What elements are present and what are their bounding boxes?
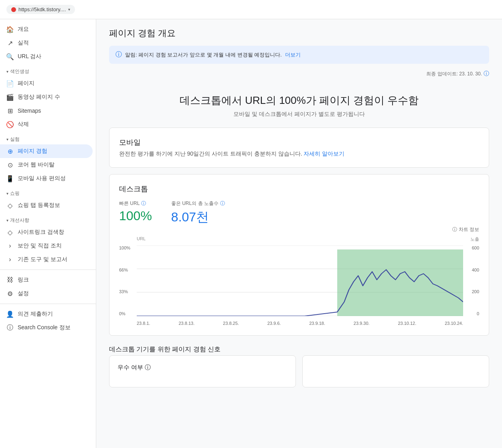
sidebar-item-shopping-label: 쇼핑 탭 등록정보 (18, 202, 60, 209)
alert-text: 알림: 페이지 경험 보고서가 앞으로 몇 개월 내에 변경될 예정입니다. (125, 51, 282, 59)
video-icon: 🎬 (6, 93, 14, 101)
sidebar-item-legacy-label: 기존 도구 및 보고서 (18, 256, 67, 263)
top-bar: https://5kdk.tistory.... ▾ (0, 0, 502, 19)
url-selector[interactable]: https://5kdk.tistory.... ▾ (6, 5, 75, 14)
url-text: https://5kdk.tistory.... (18, 6, 66, 12)
bottom-card-1: 우수 여부 ⓘ (109, 355, 296, 387)
section-shopping: ▾ 쇼핑 (0, 185, 96, 199)
sidebar-item-sitelinks[interactable]: ◇ 사이트링크 검색창 (0, 225, 93, 239)
sidebar-item-url-check[interactable]: 🔍 URL 검사 (0, 50, 93, 63)
last-updated-info-icon[interactable]: ⓘ (484, 70, 489, 77)
chevron-icon: ▾ (6, 191, 8, 196)
desktop-card: 데스크톱 빠른 URL ⓘ 100% 좋은 URL의 총 노출수 ⓘ 8.07천 (109, 174, 489, 336)
hero-subtitle: 모바일 및 데스크톱에서 페이지가 별도로 평가됩니다 (109, 111, 489, 118)
page-exp-icon: ⊕ (6, 148, 14, 155)
mobile-card-title: 모바일 (119, 138, 479, 147)
last-updated-text: 최종 업데이트: 23. 10. 30. (426, 71, 482, 77)
sidebar-item-settings[interactable]: ⚙ 설정 (0, 287, 93, 300)
sidebar-item-performance[interactable]: ↗ 실적 (0, 36, 93, 50)
impressions-info-icon[interactable]: ⓘ (220, 200, 225, 207)
sidebar-item-page-exp-label: 페이지 경험 (18, 148, 47, 155)
sidebar-item-search-console-info[interactable]: ⓘ Search Console 정보 (0, 321, 93, 334)
settings-icon: ⚙ (6, 290, 14, 297)
chart-area (137, 245, 463, 316)
svg-marker-4 (337, 249, 463, 316)
impressions-stat: 좋은 URL의 총 노출수 ⓘ 8.07천 (171, 200, 225, 226)
shopping-icon: ◇ (6, 202, 14, 209)
info-icon: ⓘ (6, 324, 14, 331)
mobile-icon: 📱 (6, 175, 14, 182)
sidebar-item-security[interactable]: › 보안 및 직접 조치 (0, 239, 93, 253)
alert-link[interactable]: 더보기 (285, 51, 301, 59)
chevron-icon: ▾ (6, 137, 8, 142)
sidebar-item-performance-label: 실적 (18, 39, 29, 47)
core-web-icon: ⊙ (6, 161, 14, 168)
hero-section: 데스크톱에서 URL의 100%가 페이지 경험이 우수함 모바일 및 데스크톱… (96, 81, 502, 128)
sidebar-item-sitemaps[interactable]: ⊞ Sitemaps (0, 104, 93, 118)
impressions-label: 좋은 URL의 총 노출수 ⓘ (171, 200, 225, 207)
sidebar-item-mobile-label: 모바일 사용 편의성 (18, 175, 66, 182)
sidebar-divider-2 (0, 304, 96, 304)
sidebar-item-mobile[interactable]: 📱 모바일 사용 편의성 (0, 172, 93, 185)
links-icon: ⛓ (6, 276, 14, 284)
y-axis-left: 100% 66% 33% 0% (119, 245, 135, 316)
alert-banner: ⓘ 알림: 페이지 경험 보고서가 앞으로 몇 개월 내에 변경될 예정입니다.… (109, 46, 489, 64)
y-axis-left-title: URL (137, 236, 146, 242)
delete-icon: 🚫 (6, 121, 14, 128)
main-header: 페이지 경험 개요 (96, 19, 502, 46)
sidebar-item-page-exp[interactable]: ⊕ 페이지 경험 (0, 144, 93, 158)
home-icon: 🏠 (6, 26, 14, 33)
sidebar-item-core-web[interactable]: ⊙ 코어 웹 바이탈 (0, 158, 93, 172)
sidebar-item-page[interactable]: 📄 페이지 (0, 77, 93, 90)
chart-svg (137, 245, 463, 316)
impressions-value: 8.07천 (171, 209, 225, 226)
mobile-card-link[interactable]: 자세히 알아보기 (304, 150, 344, 157)
sidebar-item-legacy[interactable]: › 기존 도구 및 보고서 (0, 253, 93, 266)
security-icon: › (6, 242, 14, 249)
desktop-stats: 빠른 URL ⓘ 100% 좋은 URL의 총 노출수 ⓘ 8.07천 (119, 200, 479, 226)
sidebar-item-overview[interactable]: 🏠 개요 (0, 22, 93, 36)
x-axis: 23.8.1. 23.8.13. 23.8.25. 23.9.6. 23.9.1… (137, 321, 463, 326)
app-body: 🏠 개요 ↗ 실적 🔍 URL 검사 ▾ 색인생성 📄 페이지 🎬 동영상 페이… (0, 19, 502, 448)
sidebar-item-shopping[interactable]: ◇ 쇼핑 탭 등록정보 (0, 199, 93, 212)
mobile-card-description: 완전한 평가를 하기에 지난 90일간의 사이트 트래픽이 충분하지 않습니다.… (119, 150, 479, 158)
sidebar-item-sitelinks-label: 사이트링크 검색창 (18, 229, 64, 236)
fast-url-info-icon[interactable]: ⓘ (141, 200, 146, 207)
section-indexing: ▾ 색인생성 (0, 63, 96, 77)
sidebar-divider (0, 270, 96, 270)
bottom-section-header: 데스크톱 기기를 위한 페이지 경험 신호 (96, 342, 502, 355)
page-title: 페이지 경험 개요 (109, 27, 489, 39)
chevron-icon: ▾ (6, 218, 8, 223)
sidebar-item-links[interactable]: ⛓ 링크 (0, 273, 93, 287)
sitemap-icon: ⊞ (6, 107, 14, 114)
bottom-card-1-title: 우수 여부 ⓘ (117, 364, 287, 371)
sidebar-item-video-label: 동영상 페이지 수 (18, 93, 60, 101)
sidebar-item-page-label: 페이지 (18, 80, 34, 87)
alert-icon: ⓘ (115, 51, 122, 59)
fast-url-label: 빠른 URL ⓘ (119, 200, 152, 207)
sidebar: 🏠 개요 ↗ 실적 🔍 URL 검사 ▾ 색인생성 📄 페이지 🎬 동영상 페이… (0, 19, 96, 448)
chart-header: ⓘ 차트 정보 (119, 226, 479, 233)
bottom-card-2 (302, 355, 489, 387)
section-experiment: ▾ 실험 (0, 131, 96, 144)
search-icon: 🔍 (6, 53, 14, 60)
legacy-icon: › (6, 256, 14, 263)
y-axis-right: 600 400 200 0 (465, 245, 479, 316)
sidebar-item-security-label: 보안 및 직접 조치 (18, 242, 62, 249)
bottom-section-title: 데스크톱 기기를 위한 페이지 경험 신호 (109, 345, 489, 354)
fast-url-value: 100% (119, 209, 152, 223)
sidebar-item-video-pages[interactable]: 🎬 동영상 페이지 수 (0, 90, 93, 104)
chevron-down-icon: ▾ (68, 7, 70, 12)
sidebar-item-search-console-info-label: Search Console 정보 (18, 324, 71, 331)
sidebar-item-feedback[interactable]: 👤 의견 제출하기 (0, 307, 93, 321)
sidebar-item-settings-label: 설정 (18, 290, 29, 297)
fast-url-stat: 빠른 URL ⓘ 100% (119, 200, 152, 226)
sidebar-item-delete-label: 삭제 (18, 121, 29, 128)
chevron-icon: ▾ (6, 69, 8, 74)
sidebar-item-feedback-label: 의견 제출하기 (18, 310, 53, 318)
performance-icon: ↗ (6, 39, 14, 47)
sidebar-item-core-web-label: 코어 웹 바이탈 (18, 161, 55, 168)
chart-info-button[interactable]: ⓘ 차트 정보 (452, 226, 479, 233)
sidebar-item-delete[interactable]: 🚫 삭제 (0, 118, 93, 131)
chart-info-label: 차트 정보 (459, 226, 479, 233)
